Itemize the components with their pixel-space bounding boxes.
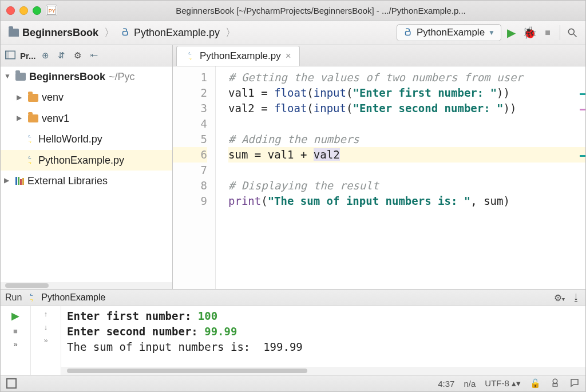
download-icon[interactable]: ⭳	[572, 292, 581, 303]
up-icon[interactable]: ↑	[44, 310, 48, 318]
tree-root-path: ~/Pyc	[109, 68, 135, 86]
folder-icon	[9, 29, 19, 37]
gear-icon[interactable]: ⚙▾	[554, 292, 565, 303]
more-button[interactable]: »	[43, 336, 47, 345]
stop-button[interactable]: ■	[539, 24, 556, 41]
line-separator[interactable]: n/a	[464, 379, 476, 389]
python-icon	[26, 292, 37, 303]
svg-point-4	[568, 29, 574, 34]
rerun-button[interactable]: ▶	[11, 310, 19, 322]
project-view-icon[interactable]	[4, 50, 17, 61]
window-controls	[6, 6, 41, 15]
folder-icon	[28, 94, 38, 102]
breadcrumb: BeginnersBook 〉 PythonExample.py 〉	[5, 25, 236, 41]
cursor-position[interactable]: 4:37	[438, 379, 454, 389]
breadcrumb-project[interactable]: BeginnersBook	[5, 25, 102, 41]
expand-icon[interactable]: ▶	[17, 92, 25, 104]
locate-icon[interactable]: ⊕	[39, 50, 52, 61]
line-gutter: 123456789	[173, 66, 216, 289]
python-file-icon	[25, 134, 35, 144]
breadcrumb-project-label: BeginnersBook	[22, 27, 98, 39]
run-panel-title: Run	[5, 292, 22, 303]
tree-item-label: External Libraries	[27, 172, 108, 190]
run-button[interactable]: ▶	[502, 24, 520, 41]
project-tree[interactable]: ▼ BeginnersBook ~/Pyc ▶ venv ▶ venv1 Hel…	[1, 66, 172, 282]
minimize-window-button[interactable]	[19, 6, 28, 15]
code-editor[interactable]: 123456789 # Getting the values of two nu…	[173, 66, 585, 289]
svg-line-5	[574, 34, 577, 37]
chevron-right-icon: 〉	[104, 26, 114, 39]
feedback-icon[interactable]	[569, 378, 580, 390]
run-controls-nav: ↑ ↓ »	[31, 306, 61, 375]
stop-button[interactable]: ■	[13, 327, 18, 335]
svg-rect-9	[553, 383, 557, 386]
tree-external-libs[interactable]: ▶ External Libraries	[1, 171, 172, 191]
folder-icon	[28, 114, 38, 122]
status-bar: 4:37 n/a UTF-8 ▴▾ 🔓	[1, 375, 585, 391]
window-title: BeginnersBook [~/PycharmProjects/Beginne…	[62, 6, 580, 15]
python-file-icon	[185, 51, 195, 61]
editor-area: PythonExample.py × 123456789 # Getting t…	[173, 45, 585, 289]
console-scrollbar[interactable]	[61, 367, 585, 375]
toolwindow-toggle-icon[interactable]	[6, 378, 17, 389]
tree-item-hello[interactable]: HelloWorld.py	[1, 129, 172, 149]
expand-icon[interactable]: ▶	[4, 175, 12, 187]
hide-icon[interactable]: ⭰	[88, 51, 100, 61]
run-panel-header: Run PythonExample ⚙▾ ⭳	[1, 290, 585, 306]
gear-icon[interactable]: ⚙	[72, 50, 84, 61]
svg-point-3	[406, 30, 407, 31]
main-toolbar: BeginnersBook 〉 PythonExample.py 〉 Pytho…	[1, 21, 585, 45]
breadcrumb-file-label: PythonExample.py	[134, 27, 220, 39]
close-tab-icon[interactable]: ×	[286, 50, 291, 62]
zoom-window-button[interactable]	[33, 6, 41, 15]
project-toolbar-title: Pr...	[20, 51, 36, 61]
titlebar: PY BeginnersBook [~/PycharmProjects/Begi…	[1, 1, 585, 21]
libraries-icon	[15, 177, 24, 185]
search-button[interactable]	[564, 24, 581, 41]
tree-item-label: PythonExample.py	[38, 151, 124, 169]
lock-icon[interactable]: 🔓	[530, 378, 541, 389]
more-button[interactable]: »	[13, 340, 17, 349]
collapse-icon[interactable]: ⇵	[56, 50, 68, 61]
run-controls-left: ▶ ■ »	[1, 306, 31, 375]
run-config-name: PythonExample	[41, 292, 105, 303]
editor-tabbar: PythonExample.py ×	[173, 45, 585, 66]
python-icon	[403, 27, 413, 38]
tree-item-example[interactable]: PythonExample.py	[1, 150, 172, 171]
divider	[560, 25, 560, 40]
run-config-label: PythonExample	[417, 27, 485, 38]
pycharm-icon: PY	[46, 5, 57, 16]
project-sidebar: Pr... ⊕ ⇵ ⚙ ⭰ ▼ BeginnersBook ~/Pyc ▶ ve…	[1, 45, 173, 289]
tree-item-label: venv1	[42, 109, 69, 128]
down-icon[interactable]: ↓	[44, 323, 48, 331]
svg-rect-7	[6, 51, 9, 59]
inspector-icon[interactable]	[550, 378, 560, 390]
editor-tab[interactable]: PythonExample.py ×	[176, 46, 300, 66]
breadcrumb-file[interactable]: PythonExample.py	[117, 25, 223, 41]
tree-item-label: HelloWorld.py	[38, 130, 102, 148]
svg-text:PY: PY	[49, 8, 56, 14]
run-config-selector[interactable]: PythonExample ▼	[397, 24, 501, 41]
tree-root-name: BeginnersBook	[29, 68, 105, 86]
tree-item-venv[interactable]: ▶ venv	[1, 87, 172, 108]
file-encoding[interactable]: UTF-8 ▴▾	[485, 378, 521, 389]
marker[interactable]	[580, 93, 585, 95]
tree-root[interactable]: ▼ BeginnersBook ~/Pyc	[1, 66, 172, 87]
run-panel: Run PythonExample ⚙▾ ⭳ ▶ ■ » ↑ ↓ » Enter…	[1, 289, 585, 375]
marker[interactable]	[580, 155, 585, 157]
svg-point-8	[553, 379, 557, 383]
main-area: Pr... ⊕ ⇵ ⚙ ⭰ ▼ BeginnersBook ~/Pyc ▶ ve…	[1, 45, 585, 289]
console-output[interactable]: Enter first number: 100Enter second numb…	[61, 306, 585, 367]
tree-item-venv1[interactable]: ▶ venv1	[1, 108, 172, 129]
project-toolbar: Pr... ⊕ ⇵ ⚙ ⭰	[1, 45, 172, 66]
close-window-button[interactable]	[6, 6, 15, 15]
folder-icon	[15, 73, 26, 81]
editor-tab-label: PythonExample.py	[200, 50, 281, 62]
code-content[interactable]: # Getting the values of two numbers from…	[216, 66, 585, 289]
expand-icon[interactable]: ▼	[4, 70, 12, 83]
debug-button[interactable]: 🐞	[521, 24, 538, 41]
marker[interactable]	[580, 109, 585, 110]
expand-icon[interactable]: ▶	[17, 112, 25, 125]
sidebar-scrollbar[interactable]	[1, 282, 172, 289]
run-panel-body: ▶ ■ » ↑ ↓ » Enter first number: 100Enter…	[1, 306, 585, 375]
